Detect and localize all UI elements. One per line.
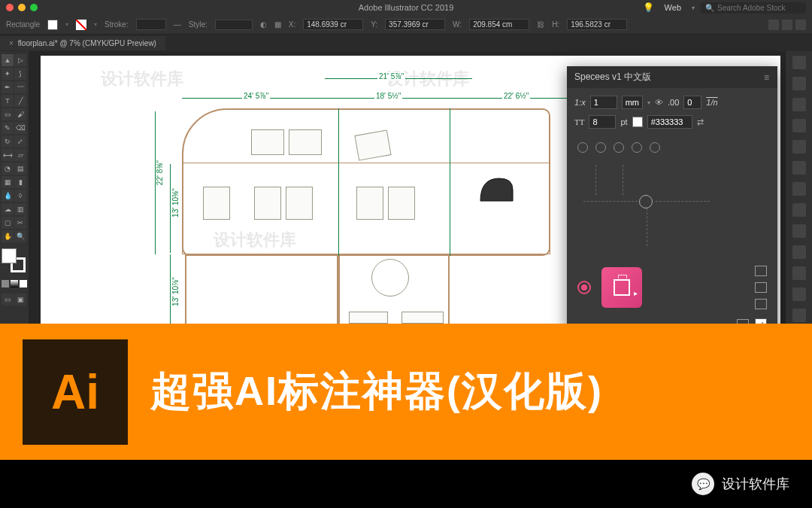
eyedropper-tool[interactable]: 💧 [2, 190, 14, 202]
artboard-tool[interactable]: ▢ [2, 217, 14, 229]
search-input[interactable] [717, 4, 801, 12]
hand-tool[interactable]: ✋ [2, 230, 14, 242]
stroke-weight-input[interactable] [136, 19, 166, 30]
anchor-point-option[interactable] [650, 142, 660, 153]
opacity-icon[interactable]: ◐ [260, 20, 267, 29]
gradient-panel-icon[interactable] [792, 203, 806, 217]
specees-titlebar[interactable]: Specees v1 中文版 ≡ [567, 66, 777, 88]
close-tab-icon[interactable]: × [9, 39, 14, 47]
blend-tool[interactable]: ◊ [14, 190, 26, 202]
swatches-panel-icon[interactable] [792, 119, 806, 132]
precision-input[interactable] [683, 96, 701, 109]
selection-tool[interactable]: ▲ [2, 54, 14, 66]
width-tool[interactable]: ⟷ [2, 149, 14, 161]
brushes-panel-icon[interactable] [792, 140, 806, 154]
eraser-tool[interactable]: ⌫ [14, 122, 26, 134]
align-icon[interactable]: ▦ [274, 20, 281, 29]
curvature-tool[interactable]: 〰 [14, 81, 26, 93]
ratio-input[interactable] [590, 96, 617, 109]
perspective-tool[interactable]: ▤ [14, 163, 26, 175]
properties-panel-icon[interactable] [792, 56, 806, 69]
libraries-panel-icon[interactable] [792, 77, 806, 90]
visibility-icon[interactable]: 👁 [655, 98, 663, 107]
fill-color[interactable] [2, 248, 17, 263]
lasso-tool[interactable]: ⟆ [14, 68, 26, 80]
specees-panel: Specees v1 中文版 ≡ 1:x mm ▾ 👁 .00 1/n TT p… [567, 66, 777, 356]
w-label: W: [453, 20, 462, 29]
shape-builder-tool[interactable]: ◔ [2, 163, 14, 175]
furniture-table [289, 129, 322, 155]
magic-wand-tool[interactable]: ✦ [2, 68, 14, 80]
hex-input[interactable] [647, 115, 692, 129]
none-mode-icon[interactable] [20, 280, 27, 287]
color-panel-icon[interactable] [792, 98, 806, 111]
rotate-tool[interactable]: ↻ [2, 135, 14, 148]
x-input[interactable] [303, 19, 363, 30]
unit-dropdown[interactable]: mm [622, 96, 643, 109]
symbols-panel-icon[interactable] [792, 161, 806, 175]
shaper-tool[interactable]: ✎ [2, 122, 14, 134]
document-profile-dropdown[interactable]: Web [660, 2, 686, 14]
appearance-panel-icon[interactable] [792, 245, 806, 259]
anchor-point-option[interactable] [614, 142, 624, 153]
stroke-panel-icon[interactable] [792, 182, 806, 196]
y-input[interactable] [385, 19, 445, 30]
maximize-button[interactable] [30, 4, 38, 11]
document-tab[interactable]: × floorplan.ai* @ 7% (CMYK/GPU Preview) [0, 36, 165, 50]
tips-icon[interactable]: 💡 [643, 2, 654, 13]
zoom-tool[interactable]: 🔍 [14, 230, 26, 242]
symbol-tool[interactable]: ☁ [2, 203, 14, 215]
change-screen-icon[interactable]: ▣ [14, 294, 26, 306]
panel-menu-icon[interactable] [795, 20, 806, 30]
anchor-point-option[interactable] [595, 142, 606, 153]
text-size-input[interactable] [589, 115, 616, 129]
anchor-point-option[interactable] [577, 142, 588, 153]
color-mode-icon[interactable] [2, 280, 9, 287]
free-transform-tool[interactable]: ▱ [14, 149, 26, 161]
graph-tool[interactable]: ▥ [14, 203, 26, 215]
close-button[interactable] [6, 4, 14, 11]
stroke-swatch[interactable] [76, 20, 86, 30]
arrange-icon[interactable] [782, 20, 792, 30]
anchor-center-icon[interactable] [639, 195, 653, 208]
style-dropdown[interactable] [215, 20, 253, 30]
rectangle-tool[interactable]: ▭ [2, 108, 14, 120]
spec-mode-icon[interactable] [755, 299, 767, 309]
layers-panel-icon[interactable] [792, 266, 806, 280]
line-tool[interactable]: ╱ [14, 95, 26, 107]
gradient-mode-icon[interactable] [11, 280, 18, 287]
minimize-button[interactable] [18, 4, 26, 11]
transparency-panel-icon[interactable] [792, 224, 806, 238]
stroke-width-icon[interactable]: — [174, 20, 181, 29]
slice-tool[interactable]: ✂ [14, 217, 26, 229]
scale-tool[interactable]: ⤢ [14, 135, 26, 148]
spec-mode-icon[interactable] [755, 266, 767, 276]
spec-mode-icon[interactable] [755, 282, 767, 293]
arrange-icon[interactable] [768, 20, 779, 30]
fill-swatch[interactable] [47, 20, 58, 30]
pen-tool[interactable]: ✒ [2, 81, 14, 93]
asset-export-panel-icon[interactable] [792, 287, 806, 301]
panel-menu-icon[interactable]: ≡ [764, 72, 770, 83]
fill-stroke-control[interactable] [2, 248, 26, 272]
create-spec-button[interactable]: ▸ [601, 267, 642, 308]
search-field[interactable]: 🔍 [701, 2, 806, 14]
active-spec-indicator[interactable] [577, 281, 591, 294]
w-input[interactable] [469, 19, 529, 30]
artboards-panel-icon[interactable] [792, 309, 806, 322]
settings-icon[interactable]: ⇄ [697, 117, 704, 127]
dimension-label: 13' 10⅞" [171, 275, 180, 308]
direct-selection-tool[interactable]: ▷ [14, 54, 26, 66]
text-color-swatch[interactable] [632, 117, 643, 127]
anchor-point-option[interactable] [632, 142, 642, 153]
screen-mode-icon[interactable]: ▭ [2, 294, 14, 306]
furniture-round-table [371, 259, 409, 297]
mesh-tool[interactable]: ▦ [2, 176, 14, 188]
h-input[interactable] [567, 19, 627, 30]
control-bar: Rectangle ▾ ▾ Stroke: — Style: ◐ ▦ X: Y:… [0, 15, 812, 35]
type-tool[interactable]: T [2, 95, 14, 107]
y-label: Y: [371, 20, 377, 29]
paintbrush-tool[interactable]: 🖌 [14, 108, 26, 120]
gradient-tool[interactable]: ▮ [14, 176, 26, 188]
link-icon[interactable]: ⛓ [537, 20, 544, 29]
